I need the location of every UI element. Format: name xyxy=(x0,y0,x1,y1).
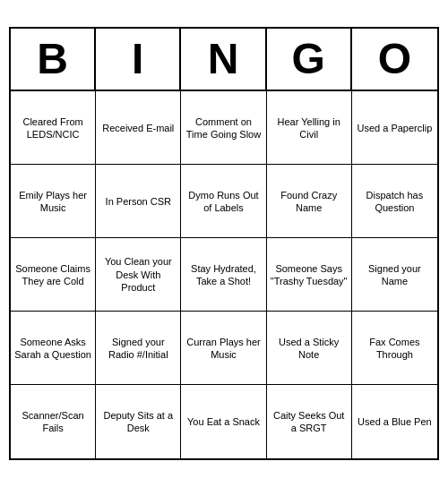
bingo-cell[interactable]: Scanner/Scan Fails xyxy=(11,385,96,458)
bingo-header: B I N G O xyxy=(11,29,437,92)
bingo-cell[interactable]: Signed your Name xyxy=(352,238,437,312)
bingo-cell[interactable]: Hear Yelling in Civil xyxy=(267,91,352,165)
bingo-cell[interactable]: Someone Asks Sarah a Question xyxy=(11,312,96,385)
bingo-cell[interactable]: You Clean your Desk With Product xyxy=(96,238,181,312)
bingo-cell[interactable]: Someone Says "Trashy Tuesday" xyxy=(267,238,352,312)
bingo-cell[interactable]: Deputy Sits at a Desk xyxy=(96,385,181,458)
bingo-cell[interactable]: In Person CSR xyxy=(96,165,181,238)
bingo-cell[interactable]: Comment on Time Going Slow xyxy=(181,91,266,165)
bingo-cell[interactable]: Fax Comes Through xyxy=(352,312,437,385)
bingo-cell[interactable]: Someone Claims They are Cold xyxy=(11,238,96,312)
letter-b: B xyxy=(11,29,96,90)
letter-n: N xyxy=(181,29,266,90)
letter-i: I xyxy=(96,29,181,90)
bingo-grid: Cleared From LEDS/NCICReceived E-mailCom… xyxy=(11,91,437,458)
bingo-cell[interactable]: Caity Seeks Out a SRGT xyxy=(267,385,352,458)
bingo-cell[interactable]: Dymo Runs Out of Labels xyxy=(181,165,266,238)
letter-g: G xyxy=(267,29,352,90)
bingo-cell[interactable]: You Eat a Snack xyxy=(181,385,266,458)
bingo-cell[interactable]: Used a Paperclip xyxy=(352,91,437,165)
bingo-cell[interactable]: Received E-mail xyxy=(96,91,181,165)
bingo-cell[interactable]: Used a Blue Pen xyxy=(352,385,437,458)
bingo-cell[interactable]: Cleared From LEDS/NCIC xyxy=(11,91,96,165)
bingo-card: B I N G O Cleared From LEDS/NCICReceived… xyxy=(9,27,439,461)
bingo-cell[interactable]: Dispatch has Question xyxy=(352,165,437,238)
bingo-cell[interactable]: Emily Plays her Music xyxy=(11,165,96,238)
bingo-cell[interactable]: Curran Plays her Music xyxy=(181,312,266,385)
bingo-cell[interactable]: Found Crazy Name xyxy=(267,165,352,238)
letter-o: O xyxy=(352,29,437,90)
bingo-cell[interactable]: Stay Hydrated, Take a Shot! xyxy=(181,238,266,312)
bingo-cell[interactable]: Used a Sticky Note xyxy=(267,312,352,385)
bingo-cell[interactable]: Signed your Radio #/Initial xyxy=(96,312,181,385)
